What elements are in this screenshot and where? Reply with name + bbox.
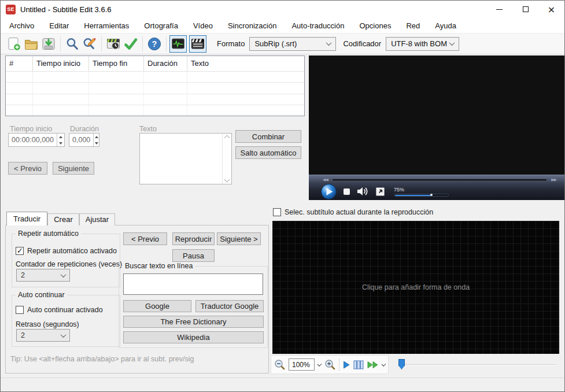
duration-stepper[interactable]: [93, 134, 99, 146]
search-input[interactable]: [123, 273, 263, 295]
fullscreen-icon[interactable]: [375, 187, 385, 197]
checkbox-unchecked[interactable]: [16, 306, 24, 314]
checkbox-unchecked[interactable]: [273, 208, 281, 216]
google-translate-button[interactable]: Traductor Google: [195, 300, 264, 312]
new-file-icon[interactable]: [5, 35, 23, 53]
video-toggle-icon[interactable]: [189, 35, 206, 53]
status-bar: [1, 378, 564, 392]
tab-ajustar[interactable]: Ajustar: [79, 213, 115, 225]
open-folder-icon[interactable]: [23, 35, 40, 53]
chevron-down-icon: [61, 332, 67, 338]
checkbox-checked[interactable]: [16, 247, 24, 255]
encoding-select[interactable]: UTF-8 with BOM: [386, 37, 459, 51]
chevron-down-icon[interactable]: [382, 362, 386, 367]
menu-archivo[interactable]: Archivo: [2, 19, 42, 32]
menu-opciones[interactable]: Opciones: [352, 19, 398, 32]
menu-ayuda[interactable]: Ayuda: [427, 19, 464, 32]
play-icon[interactable]: [320, 183, 337, 200]
auto-repeat-checkbox[interactable]: Repetir automático activado: [16, 247, 117, 255]
column-duration[interactable]: Duración: [144, 56, 187, 71]
show-scene-changes-icon[interactable]: [353, 360, 364, 369]
close-button[interactable]: ×: [538, 1, 564, 18]
visual-sync-icon[interactable]: [105, 35, 122, 53]
menu-auto-traduccion[interactable]: Auto-traducción: [284, 19, 352, 32]
auto-continue-checkbox[interactable]: Auto continuar activado: [16, 306, 103, 314]
waveform-placeholder: Clique para añadir forma de onda: [362, 283, 470, 291]
auto-continue-checkbox-label: Auto continuar activado: [27, 306, 103, 314]
maximize-button[interactable]: [512, 1, 538, 18]
next-subtitle-button[interactable]: Siguiente: [53, 162, 94, 175]
zoom-in-icon[interactable]: [324, 359, 335, 370]
stop-icon[interactable]: [344, 188, 350, 195]
scroll-up-icon[interactable]: [224, 135, 230, 141]
duration-value: 0,000: [69, 136, 93, 144]
wikipedia-button[interactable]: Wikipedia: [123, 331, 264, 343]
previous-subtitle-button[interactable]: < Previo: [8, 162, 47, 175]
column-start-time[interactable]: Tiempo inicio: [33, 56, 89, 71]
playback-speed-icon[interactable]: [367, 361, 379, 369]
subtitle-list-header: # Tiempo inicio Tiempo fin Duración Text…: [6, 56, 304, 72]
help-icon[interactable]: ?: [146, 35, 163, 53]
delay-select[interactable]: 2: [16, 329, 70, 342]
menu-herramientas[interactable]: Herramientas: [76, 19, 136, 32]
delay-label: Retraso (segundos): [16, 320, 79, 328]
scroll-down-icon[interactable]: [224, 177, 230, 183]
table-row: [6, 72, 304, 83]
play-next-button[interactable]: Siguiente >: [217, 232, 261, 245]
column-end-time[interactable]: Tiempo fin: [89, 56, 144, 71]
find-icon[interactable]: [64, 35, 81, 53]
google-button[interactable]: Google: [123, 300, 191, 312]
waveform-zoom-select[interactable]: 100%: [289, 358, 315, 371]
title-bar: SE Untitled - Subtitle Edit 3.6.6 ×: [1, 1, 564, 18]
column-number[interactable]: #: [6, 56, 33, 71]
start-time-label: Tiempo inicio: [10, 125, 52, 133]
start-time-stepper[interactable]: [57, 134, 64, 146]
menu-ortografia[interactable]: Ortografía: [136, 19, 186, 32]
tab-crear[interactable]: Crear: [47, 213, 79, 225]
text-label: Texto: [139, 125, 157, 133]
seek-forward-icon[interactable]: ▶▶: [551, 177, 556, 182]
combine-button[interactable]: Combinar: [235, 130, 301, 143]
tab-traducir[interactable]: Traducir: [6, 212, 47, 225]
auto-break-button[interactable]: Salto automático: [235, 146, 301, 159]
waveform-play-icon[interactable]: [343, 361, 350, 369]
menu-video[interactable]: Vídeo: [186, 19, 220, 32]
tip-text: Tip: Use <alt+flecha arriba/abajo> para …: [10, 355, 194, 363]
chevron-down-icon[interactable]: [317, 362, 322, 367]
format-select[interactable]: SubRip (.srt): [249, 37, 336, 51]
column-text[interactable]: Texto: [187, 56, 304, 71]
waveform-position-slider[interactable]: [404, 364, 556, 365]
subtitle-list[interactable]: # Tiempo inicio Tiempo fin Duración Text…: [5, 56, 305, 116]
app-icon: SE: [6, 5, 16, 14]
save-icon[interactable]: [40, 35, 57, 53]
seek-bar[interactable]: [333, 179, 546, 181]
menu-sincronizacion[interactable]: Sincronización: [220, 19, 285, 32]
select-current-subtitle-checkbox[interactable]: Selec. subtítulo actual durante la repro…: [273, 208, 433, 216]
repeat-count-select[interactable]: 2: [16, 269, 70, 282]
video-player[interactable]: ◀◀ ▶▶ 75%: [309, 56, 564, 200]
scrollbar[interactable]: [222, 134, 231, 184]
spell-check-icon[interactable]: [122, 35, 139, 53]
replace-icon[interactable]: [81, 35, 98, 53]
waveform-toggle-icon[interactable]: [169, 35, 187, 53]
menu-editar[interactable]: Editar: [42, 19, 76, 32]
play-button[interactable]: Reproducir: [172, 232, 215, 245]
subtitle-text-area[interactable]: [139, 133, 232, 184]
zoom-out-icon[interactable]: [274, 359, 285, 370]
chevron-down-icon: [61, 272, 67, 278]
menu-red[interactable]: Red: [398, 19, 427, 32]
volume-icon[interactable]: [356, 186, 369, 197]
slider-thumb[interactable]: [398, 359, 405, 369]
start-time-field[interactable]: 00:00:00,000: [8, 133, 65, 147]
auto-continue-group: Auto continuar Auto continuar activado R…: [12, 295, 120, 347]
volume-slider[interactable]: [394, 194, 449, 197]
waveform-area[interactable]: Clique para añadir forma de onda: [272, 221, 559, 354]
format-value: SubRip (.srt): [254, 39, 327, 48]
pause-button[interactable]: Pausa: [172, 249, 215, 262]
duration-field[interactable]: 0,000: [69, 133, 99, 147]
minimize-button[interactable]: [486, 1, 512, 18]
seek-back-icon[interactable]: ◀◀: [323, 177, 328, 182]
play-previous-button[interactable]: < Previo: [123, 232, 167, 245]
free-dictionary-button[interactable]: The Free Dictionary: [123, 316, 264, 328]
app-window: SE Untitled - Subtitle Edit 3.6.6 × Arch…: [0, 0, 565, 392]
